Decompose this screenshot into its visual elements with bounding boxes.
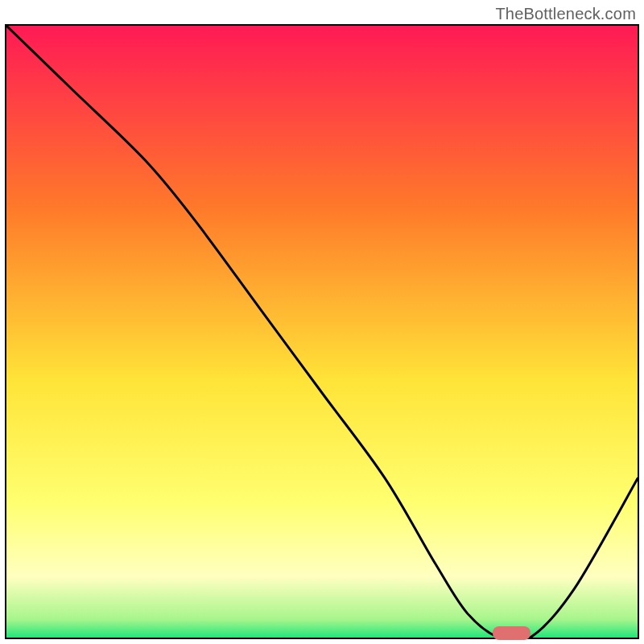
- plot-svg: [6, 26, 638, 638]
- watermark-text: TheBottleneck.com: [495, 5, 636, 23]
- plot-frame: [5, 24, 639, 639]
- optimal-marker: [493, 626, 530, 640]
